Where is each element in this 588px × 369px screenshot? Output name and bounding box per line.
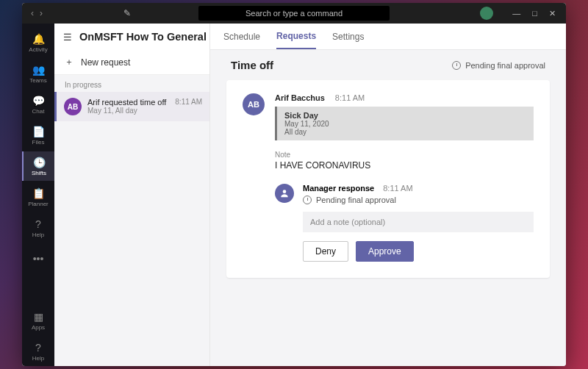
window-controls: — □ ✕ (480, 7, 566, 20)
plus-icon: ＋ (65, 56, 74, 68)
requester-avatar: AB (243, 93, 265, 115)
rail-label: Chat (32, 108, 45, 115)
clock-icon (452, 61, 461, 70)
help-icon: ? (35, 342, 41, 354)
tab-requests[interactable]: Requests (276, 24, 316, 49)
person-icon (279, 188, 290, 198)
main-header: Time off Pending final approval (210, 50, 566, 80)
section-label: In progress (54, 75, 209, 92)
app-rail: 🔔Activity 👥Teams 💬Chat 📄Files 🕒Shifts 📋P… (22, 24, 54, 366)
current-user-avatar[interactable] (480, 7, 493, 20)
action-buttons: Deny Approve (303, 241, 534, 262)
new-request-button[interactable]: ＋ New request (54, 50, 209, 75)
shifts-icon: 🕒 (33, 157, 46, 168)
manager-response-label: Manager response (303, 184, 374, 193)
request-time: 8:11 AM (175, 98, 202, 115)
rail-apps[interactable]: ▦Apps (22, 306, 54, 335)
rail-label: Shifts (32, 170, 46, 176)
tabbar: Schedule Requests Settings (210, 24, 566, 50)
rail-files[interactable]: 📄Files (22, 121, 54, 150)
search-input[interactable]: Search or type a command (198, 6, 390, 21)
left-pane: ☰ OnMSFT How To General ＋ New request In… (54, 24, 210, 366)
tab-schedule[interactable]: Schedule (223, 24, 260, 49)
rail-help-bottom[interactable]: ?Help (22, 337, 54, 366)
request-list-item[interactable]: AB Arif requested time off May 11, All d… (54, 92, 209, 121)
rail-teams[interactable]: 👥Teams (22, 59, 54, 88)
svg-point-0 (283, 190, 287, 193)
status-text: Pending final approval (465, 61, 545, 70)
rail-shifts[interactable]: 🕒Shifts (22, 151, 54, 181)
note-label: Note (275, 151, 534, 159)
request-details: Sick Day May 11, 2020 All day (275, 107, 534, 140)
manager-note-input[interactable] (303, 212, 534, 232)
titlebar: ‹ › ✎ Search or type a command — □ ✕ (22, 3, 566, 24)
maximize-icon[interactable]: □ (532, 9, 537, 18)
approve-button[interactable]: Approve (356, 241, 414, 262)
manager-status-text: Pending final approval (316, 196, 396, 204)
back-icon[interactable]: ‹ (31, 8, 34, 18)
hamburger-icon[interactable]: ☰ (63, 32, 72, 43)
rail-planner[interactable]: 📋Planner (22, 182, 54, 212)
planner-icon: 📋 (32, 187, 45, 199)
close-icon[interactable]: ✕ (549, 9, 556, 18)
request-date: May 11, 2020 (284, 120, 526, 128)
bell-icon: 🔔 (32, 33, 45, 45)
rail-chat[interactable]: 💬Chat (22, 90, 54, 119)
tab-settings[interactable]: Settings (332, 24, 364, 49)
forward-icon[interactable]: › (40, 8, 43, 18)
note-text: I HAVE CORONAVIRUS (275, 160, 534, 171)
rail-label: Teams (29, 77, 47, 84)
manager-block: Manager response 8:11 AM Pending final a… (275, 184, 534, 262)
status-badge: Pending final approval (452, 61, 545, 70)
rail-activity[interactable]: 🔔Activity (22, 28, 54, 57)
minimize-icon[interactable]: — (512, 9, 520, 18)
manager-status: Pending final approval (303, 196, 534, 204)
apps-icon: ▦ (34, 311, 43, 323)
request-card: AB Arif Bacchus 8:11 AM Sick Day May 11,… (226, 80, 550, 278)
compose-icon[interactable]: ✎ (123, 8, 131, 18)
rail-label: Help (32, 232, 44, 238)
request-subtitle: May 11, All day (87, 107, 169, 115)
rail-help-top[interactable]: ?Help (22, 213, 54, 243)
request-reason: Sick Day (284, 111, 526, 120)
rail-label: Help (32, 355, 44, 362)
more-icon: ••• (33, 253, 44, 265)
requester-name: Arif Bacchus (275, 93, 325, 102)
deny-button[interactable]: Deny (303, 241, 348, 262)
manager-avatar (275, 184, 294, 203)
rail-label: Activity (29, 46, 47, 53)
new-request-label: New request (81, 57, 130, 68)
rail-label: Planner (28, 201, 49, 207)
request-title: Arif requested time off (87, 98, 169, 107)
main-pane: Schedule Requests Settings Time off Pend… (210, 24, 566, 366)
rail-label: Apps (32, 324, 45, 331)
app-body: 🔔Activity 👥Teams 💬Chat 📄Files 🕒Shifts 📋P… (22, 24, 566, 366)
rail-more[interactable]: ••• (22, 244, 54, 273)
app-window: ‹ › ✎ Search or type a command — □ ✕ 🔔Ac… (22, 3, 566, 366)
clock-icon (303, 196, 312, 204)
team-title: OnMSFT How To General (79, 31, 207, 43)
help-icon: ? (35, 218, 41, 230)
avatar: AB (64, 98, 82, 115)
nav-buttons: ‹ › (22, 8, 43, 18)
files-icon: 📄 (32, 126, 45, 137)
request-text: Arif requested time off May 11, All day (87, 98, 169, 115)
request-duration: All day (284, 128, 526, 136)
chat-icon: 💬 (32, 95, 45, 107)
requester-time: 8:11 AM (335, 93, 365, 102)
page-title: Time off (231, 59, 273, 71)
rail-label: Files (32, 139, 45, 146)
manager-time: 8:11 AM (383, 184, 412, 193)
left-pane-header: ☰ OnMSFT How To General (54, 24, 209, 50)
teams-icon: 👥 (32, 64, 45, 76)
